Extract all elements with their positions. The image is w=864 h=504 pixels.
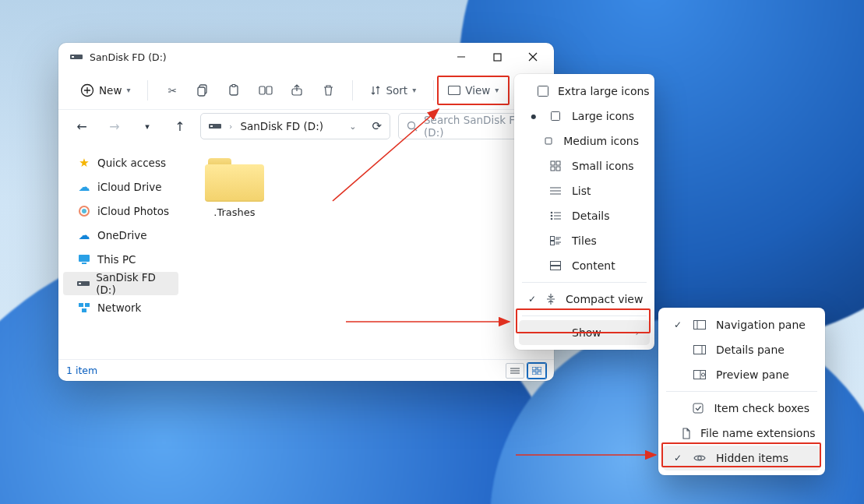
svg-rect-36 bbox=[538, 372, 541, 375]
cut-button[interactable]: ✂ bbox=[159, 77, 185, 104]
content-pane[interactable]: .Trashes bbox=[183, 146, 554, 359]
menu-label: Navigation pane bbox=[716, 319, 806, 331]
svg-rect-41 bbox=[556, 161, 560, 165]
address-bar[interactable]: › SanDisk FD (D:) ⌄ ⟳ bbox=[200, 113, 390, 139]
forward-button[interactable]: → bbox=[102, 114, 127, 139]
share-icon bbox=[291, 84, 303, 97]
sidebar-item-icloud-photos[interactable]: iCloud Photos bbox=[63, 199, 178, 223]
menu-item-compact-view[interactable]: ✓ Compact view bbox=[519, 287, 650, 312]
menu-item-small-icons[interactable]: Small icons bbox=[519, 153, 650, 178]
sort-label: Sort bbox=[386, 84, 407, 97]
menu-label: Compact view bbox=[566, 293, 643, 305]
sidebar-item-quick-access[interactable]: ★ Quick access bbox=[63, 151, 178, 174]
menu-item-extra-large-icons[interactable]: Extra large icons bbox=[519, 79, 650, 104]
view-button[interactable]: View ▾ bbox=[442, 77, 505, 104]
sidebar-item-label: OneDrive bbox=[97, 229, 146, 241]
svg-rect-42 bbox=[551, 167, 555, 171]
new-button[interactable]: New ▾ bbox=[74, 77, 136, 104]
menu-label: Large icons bbox=[572, 110, 634, 122]
sidebar-item-label: Network bbox=[97, 301, 141, 314]
plus-circle-icon bbox=[80, 83, 94, 97]
svg-point-69 bbox=[698, 456, 701, 460]
chevron-down-icon: ▾ bbox=[495, 86, 499, 94]
tiles-icon bbox=[548, 236, 562, 245]
trash-icon bbox=[323, 84, 334, 97]
refresh-button[interactable]: ⟳ bbox=[369, 119, 385, 133]
separator bbox=[522, 315, 647, 316]
menu-item-tiles[interactable]: Tiles bbox=[519, 228, 650, 253]
rename-button[interactable] bbox=[252, 77, 279, 104]
navigation-pane-icon bbox=[693, 320, 707, 330]
extra-large-icons-icon bbox=[538, 86, 548, 97]
caption-buttons bbox=[443, 43, 551, 71]
compact-icon bbox=[545, 294, 556, 305]
menu-item-preview-pane[interactable]: Preview pane bbox=[663, 362, 820, 387]
status-bar: 1 item bbox=[58, 359, 554, 381]
address-row: ← → ▾ ↑ › SanDisk FD (D:) ⌄ ⟳ Search San… bbox=[58, 110, 554, 146]
icons-view-button[interactable] bbox=[527, 363, 546, 379]
menu-item-file-name-extensions[interactable]: File name extensions bbox=[663, 421, 820, 446]
svg-rect-60 bbox=[551, 266, 561, 270]
separator bbox=[147, 80, 148, 100]
file-icon bbox=[682, 428, 691, 439]
sidebar-item-network[interactable]: Network bbox=[63, 296, 178, 319]
menu-label: Extra large icons bbox=[558, 85, 650, 97]
separator bbox=[352, 80, 353, 100]
menu-item-large-icons[interactable]: ● Large icons bbox=[519, 104, 650, 129]
sidebar-item-icloud-drive[interactable]: ☁ iCloud Drive bbox=[63, 175, 178, 199]
back-button[interactable]: ← bbox=[69, 114, 94, 139]
menu-label: Small icons bbox=[572, 160, 634, 172]
close-button[interactable] bbox=[515, 43, 551, 71]
details-view-button[interactable] bbox=[506, 363, 524, 379]
menu-item-details-pane[interactable]: Details pane bbox=[663, 337, 820, 362]
paste-button[interactable] bbox=[221, 77, 248, 104]
delete-button[interactable] bbox=[315, 77, 341, 104]
bullet-icon: ● bbox=[528, 113, 539, 120]
share-button[interactable] bbox=[284, 77, 310, 104]
recent-button[interactable]: ▾ bbox=[135, 114, 160, 139]
maximize-button[interactable] bbox=[479, 43, 515, 71]
chevron-down-icon[interactable]: ⌄ bbox=[349, 122, 361, 132]
menu-item-medium-icons[interactable]: Medium icons bbox=[519, 129, 650, 153]
details-icon bbox=[548, 211, 562, 220]
svg-line-20 bbox=[414, 129, 418, 132]
svg-point-19 bbox=[408, 122, 415, 129]
svg-rect-59 bbox=[551, 262, 561, 266]
menu-label: Preview pane bbox=[716, 368, 789, 381]
sidebar: ★ Quick access ☁ iCloud Drive iCloud Pho… bbox=[58, 146, 183, 359]
minimize-button[interactable] bbox=[443, 43, 479, 71]
menu-item-details[interactable]: Details bbox=[519, 203, 650, 228]
address-path: SanDisk FD (D:) bbox=[240, 120, 323, 132]
svg-rect-34 bbox=[538, 367, 541, 370]
explorer-window: SanDisk FD (D:) New ▾ ✂ bbox=[58, 43, 554, 381]
copy-button[interactable] bbox=[190, 77, 217, 104]
folder-item[interactable]: .Trashes bbox=[197, 157, 272, 218]
menu-item-navigation-pane[interactable]: ✓ Navigation pane bbox=[663, 312, 820, 337]
sidebar-item-onedrive[interactable]: ☁ OneDrive bbox=[63, 224, 178, 247]
svg-point-67 bbox=[702, 373, 705, 376]
drive-icon bbox=[69, 50, 83, 64]
menu-item-list[interactable]: List bbox=[519, 178, 650, 203]
monitor-icon bbox=[77, 252, 91, 266]
sort-button[interactable]: Sort ▾ bbox=[364, 77, 422, 104]
menu-item-item-check-boxes[interactable]: Item check boxes bbox=[663, 396, 820, 421]
menu-item-content[interactable]: Content bbox=[519, 253, 650, 278]
chevron-right-icon: › bbox=[229, 122, 232, 132]
menu-item-hidden-items[interactable]: ✓ Hidden items bbox=[663, 446, 820, 471]
check-icon: ✓ bbox=[528, 294, 536, 305]
sidebar-item-label: Quick access bbox=[97, 157, 166, 169]
menu-item-show[interactable]: Show › bbox=[519, 320, 650, 345]
list-icon bbox=[548, 186, 562, 196]
menu-label: List bbox=[572, 185, 591, 197]
svg-rect-18 bbox=[210, 125, 213, 127]
svg-rect-40 bbox=[551, 161, 555, 165]
sidebar-item-this-pc[interactable]: This PC bbox=[63, 248, 178, 271]
window-title: SanDisk FD (D:) bbox=[90, 51, 167, 63]
svg-rect-63 bbox=[694, 346, 706, 354]
svg-rect-43 bbox=[556, 167, 560, 171]
sidebar-item-sandisk[interactable]: SanDisk FD (D:) bbox=[63, 272, 178, 295]
svg-rect-16 bbox=[449, 86, 460, 94]
up-button[interactable]: ↑ bbox=[168, 114, 192, 139]
photos-icon bbox=[77, 204, 91, 218]
svg-rect-24 bbox=[82, 263, 86, 264]
